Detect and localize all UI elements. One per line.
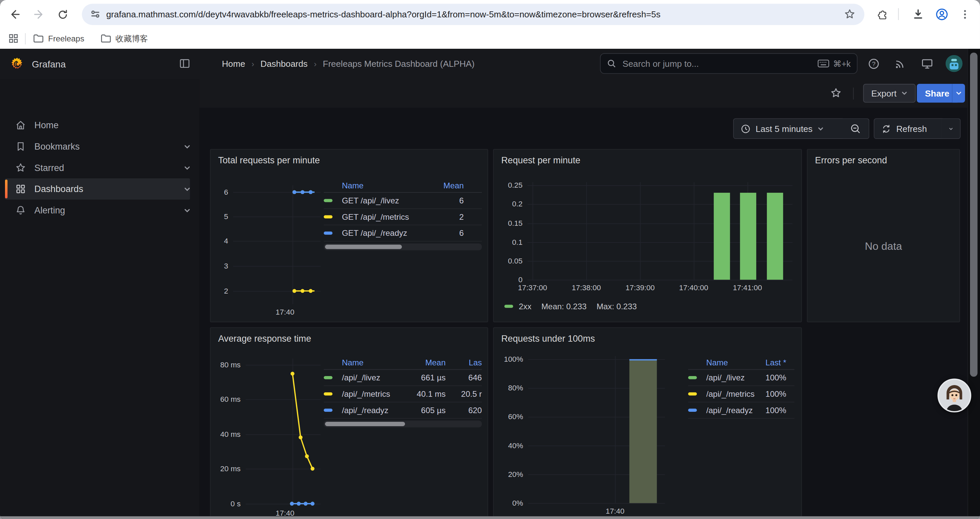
column-name[interactable]: Name	[706, 358, 759, 367]
column-mean[interactable]: Mean	[436, 181, 482, 190]
chevron-down-icon	[818, 126, 824, 132]
share-menu-button[interactable]	[951, 84, 965, 102]
export-button[interactable]: Export	[863, 84, 916, 102]
sidebar-item-dashboards[interactable]: Dashboards	[0, 178, 199, 200]
toolbar-divider	[898, 8, 899, 20]
table-row[interactable]: /api/_/livez 100%	[688, 370, 795, 386]
clock-icon	[740, 124, 751, 134]
dashboard-canvas: Last 5 minutes Refresh Total requests pe…	[199, 107, 968, 516]
breadcrumb: Home › Dashboards › Freeleaps Metrics Da…	[222, 49, 475, 79]
search-shortcut: ⌘+k	[818, 58, 851, 69]
sidebar-item-starred[interactable]: Starred	[0, 157, 199, 178]
extensions-icon[interactable]	[875, 7, 890, 22]
refresh-icon	[881, 124, 891, 134]
active-item-accent-bar	[5, 180, 7, 198]
panel-title[interactable]: Average response time	[218, 334, 311, 344]
refresh-interval-button[interactable]	[942, 118, 961, 139]
panel-request-per-minute[interactable]: Request per minute 0.250.20.150.10.05017…	[493, 149, 802, 322]
under-100ms-chart: 100%80%60%40%20%0%17:40	[528, 356, 665, 503]
panel-title[interactable]: Requests under 100ms	[501, 334, 595, 344]
panel-errors-per-second[interactable]: Errors per second No data	[807, 149, 960, 322]
bookmark-star-icon[interactable]	[844, 8, 856, 20]
folder-icon	[100, 34, 111, 43]
panel-title[interactable]: Errors per second	[815, 155, 887, 165]
news-rss-icon[interactable]	[894, 57, 906, 70]
sidebar-item-home[interactable]: Home	[0, 115, 199, 136]
breadcrumb-home[interactable]: Home	[222, 59, 245, 69]
search-box[interactable]: ⌘+k	[600, 53, 858, 74]
sidebar: Home Bookmarks Starred Dashboards	[0, 79, 199, 516]
table-row[interactable]: GET /api/_/livez 6	[324, 193, 482, 209]
grafana-brand[interactable]: Grafana	[10, 49, 66, 79]
column-name[interactable]: Name	[342, 181, 436, 190]
series-swatch	[324, 409, 332, 412]
dock-menu-button[interactable]	[179, 57, 191, 69]
favorite-star-icon[interactable]	[830, 87, 842, 99]
series-swatch	[688, 409, 697, 412]
sidebar-item-label: Dashboards	[34, 184, 184, 194]
reload-button[interactable]	[55, 7, 70, 22]
search-input[interactable]	[621, 58, 817, 69]
forward-button[interactable]	[31, 7, 46, 22]
legend-scrollbar[interactable]	[324, 420, 482, 428]
column-name[interactable]: Name	[342, 358, 406, 367]
panel-title[interactable]: Total requests per minute	[218, 155, 320, 165]
floating-avatar[interactable]	[938, 379, 971, 412]
refresh-button[interactable]: Refresh	[873, 118, 942, 139]
panel-title[interactable]: Request per minute	[501, 155, 581, 165]
sidebar-item-alerting[interactable]: Alerting	[0, 200, 199, 221]
zoom-out-button[interactable]	[842, 118, 869, 139]
bookmark-folder-freeleaps[interactable]: Freeleaps	[33, 34, 84, 43]
table-row[interactable]: /api/_/livez 661 µs 646	[324, 370, 482, 386]
browser-menu-icon[interactable]	[958, 7, 973, 22]
column-last[interactable]: Last *	[759, 358, 795, 367]
column-last[interactable]: Las	[445, 358, 482, 367]
legend-mean: Mean: 0.233	[541, 302, 586, 311]
scrollbar-thumb[interactable]	[970, 53, 977, 377]
horizontal-scrollbar[interactable]	[0, 516, 980, 519]
legend-table-header: Name Mean	[324, 178, 482, 193]
series-swatch	[688, 393, 697, 395]
share-button[interactable]: Share	[917, 84, 958, 102]
address-bar[interactable]: grafana.mathmast.com/d/deytv4rwavabkb/fr…	[82, 3, 864, 25]
panel-requests-under-100ms[interactable]: Requests under 100ms 100%80%60%40%20%0%1…	[493, 327, 802, 516]
breadcrumb-current: Freeleaps Metrics Dashboard (ALPHA)	[323, 59, 475, 69]
chevron-down-icon	[184, 164, 191, 171]
url-text[interactable]: grafana.mathmast.com/d/deytv4rwavabkb/fr…	[107, 9, 835, 19]
downloads-icon[interactable]	[911, 7, 926, 22]
table-row[interactable]: GET /api/_/metrics 2	[324, 209, 482, 225]
series-swatch	[504, 305, 513, 308]
legend-series[interactable]: 2xx	[504, 302, 531, 311]
table-row[interactable]: /api/_/readyz 100%	[688, 402, 795, 419]
site-settings-icon[interactable]	[90, 9, 101, 19]
table-row[interactable]: /api/_/readyz 605 µs 620	[324, 402, 482, 419]
chevron-down-icon	[949, 126, 953, 132]
legend-scrollbar[interactable]	[324, 243, 482, 251]
help-icon[interactable]: ?	[868, 57, 880, 70]
panel-total-requests[interactable]: Total requests per minute 6543217:40 Nam…	[210, 149, 488, 322]
bookmark-icon	[15, 141, 26, 152]
apps-grid-icon[interactable]	[8, 33, 19, 44]
table-row[interactable]: /api/_/metrics 40.1 ms 20.5 r	[324, 386, 482, 402]
search-icon	[607, 59, 616, 68]
browser-chrome: grafana.mathmast.com/d/deytv4rwavabkb/fr…	[0, 0, 980, 49]
table-row[interactable]: GET /api/_/readyz 6	[324, 225, 482, 242]
back-button[interactable]	[7, 7, 22, 22]
monitor-icon[interactable]	[921, 57, 934, 70]
panel-avg-response-time[interactable]: Average response time 80 ms60 ms40 ms20 …	[210, 327, 488, 516]
page-scrollbar[interactable]	[968, 49, 980, 516]
time-range-picker[interactable]: Last 5 minutes	[733, 118, 843, 139]
profile-icon[interactable]	[934, 7, 949, 22]
folder-icon	[33, 34, 44, 43]
zoom-out-icon	[850, 123, 861, 134]
bookmark-folder-blog[interactable]: 收藏博客	[100, 33, 148, 44]
svg-text:?: ?	[872, 61, 875, 67]
star-icon	[15, 162, 26, 173]
column-mean[interactable]: Mean	[406, 358, 445, 367]
legend-table-header: Name Last *	[688, 355, 795, 370]
breadcrumb-dashboards[interactable]: Dashboards	[261, 59, 307, 69]
table-row[interactable]: /api/_/metrics 100%	[688, 386, 795, 402]
user-avatar[interactable]	[946, 55, 963, 72]
series-swatch	[324, 216, 332, 218]
sidebar-item-bookmarks[interactable]: Bookmarks	[0, 136, 199, 157]
